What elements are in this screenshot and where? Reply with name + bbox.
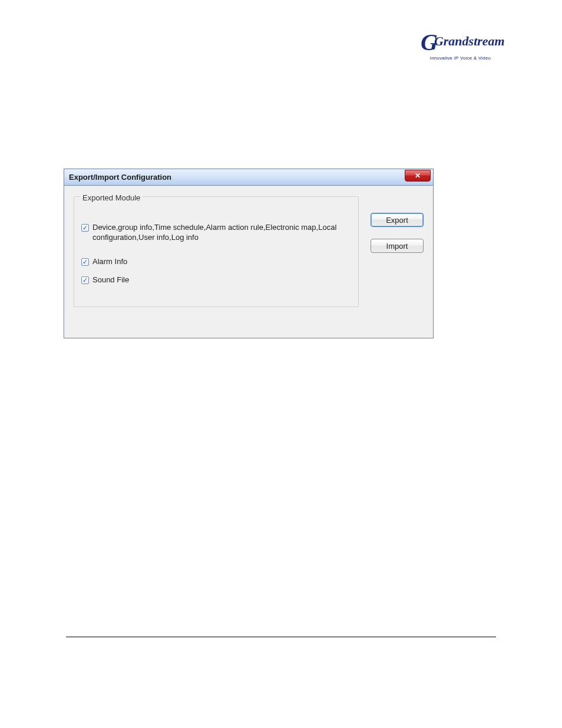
brand-tagline: Innovative IP Voice & Video bbox=[421, 55, 500, 61]
brand-name: GGrandstream bbox=[421, 31, 500, 54]
brand-logo: GGrandstream Innovative IP Voice & Video bbox=[421, 31, 500, 71]
checkbox-label: Sound File bbox=[92, 275, 129, 285]
checkbox-label: Device,group info,Time schedule,Alarm ac… bbox=[92, 223, 351, 243]
groupbox-title: Exported Module bbox=[80, 193, 143, 202]
checkbox-alarm-info[interactable]: ✓ bbox=[81, 258, 89, 266]
dialog-titlebar[interactable]: Export/Import Configuration ✕ bbox=[64, 169, 433, 186]
checkbox-row-device-info: ✓ Device,group info,Time schedule,Alarm … bbox=[81, 223, 351, 243]
check-icon: ✓ bbox=[82, 277, 88, 284]
checkbox-label: Alarm Info bbox=[92, 257, 127, 267]
check-icon: ✓ bbox=[82, 225, 88, 231]
dialog-button-column: Export Import bbox=[371, 196, 424, 307]
checkbox-row-alarm-info: ✓ Alarm Info bbox=[81, 257, 351, 267]
close-icon: ✕ bbox=[415, 172, 421, 180]
dialog-body: Exported Module ✓ Device,group info,Time… bbox=[64, 186, 433, 338]
exported-module-groupbox: Exported Module ✓ Device,group info,Time… bbox=[74, 196, 359, 307]
export-button-label: Export bbox=[386, 216, 408, 225]
import-button-label: Import bbox=[386, 242, 408, 251]
close-button[interactable]: ✕ bbox=[405, 170, 431, 182]
check-icon: ✓ bbox=[82, 259, 88, 265]
checkbox-row-sound-file: ✓ Sound File bbox=[81, 275, 351, 285]
dialog-title: Export/Import Configuration bbox=[69, 173, 171, 182]
export-import-dialog: Export/Import Configuration ✕ Exported M… bbox=[64, 169, 434, 338]
checkbox-device-info[interactable]: ✓ bbox=[81, 224, 89, 232]
footer-divider bbox=[66, 637, 496, 637]
checkbox-sound-file[interactable]: ✓ bbox=[81, 276, 89, 284]
import-button[interactable]: Import bbox=[371, 239, 424, 253]
export-button[interactable]: Export bbox=[371, 213, 424, 227]
